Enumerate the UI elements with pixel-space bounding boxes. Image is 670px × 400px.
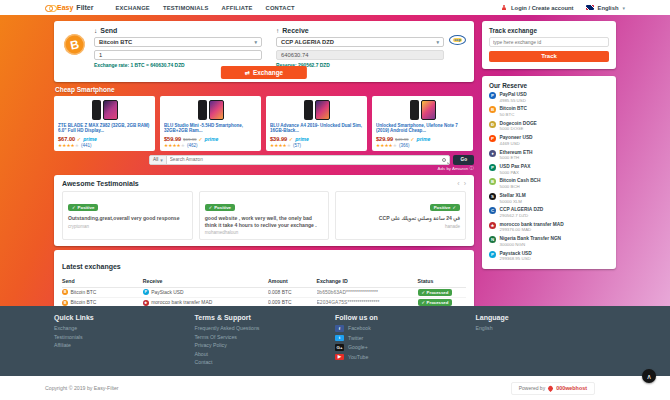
search-category-dropdown[interactable]: All xyxy=(150,156,167,164)
testimonial-author: mohamedhaloun xyxy=(205,230,324,235)
send-column: Send Bitcoin BTC Exchange rate: 1 BTC = … xyxy=(94,27,262,68)
reserve-item: ♦Ethereum ETH5000 ETH xyxy=(489,150,609,161)
track-button[interactable]: Track xyxy=(489,51,609,62)
footer-link-exchange[interactable]: Exchange xyxy=(54,325,195,331)
testimonials-section: Awesome Testimonials PositiveOutstanding… xyxy=(54,175,474,246)
ads-banner-title: Cheap Smartphone xyxy=(55,86,474,93)
rating-count-link[interactable]: (441) xyxy=(81,143,92,148)
footer-link-frequently-asked-questions[interactable]: Frequently Asked Questions xyxy=(195,325,336,331)
social-link-youtube[interactable]: ▶YouTube xyxy=(335,354,476,361)
bitcoin-icon: B xyxy=(62,300,68,306)
positive-badge: Positive xyxy=(430,204,460,211)
uk-flag-icon xyxy=(586,5,594,10)
powered-by-widget[interactable]: Powered by 000webhost xyxy=(511,382,595,395)
product-title-link[interactable]: ZTE BLADE Z MAX Z982 (32GB, 2GB RAM) 6.0… xyxy=(58,123,151,135)
footer-column: Terms & SupportFrequently Asked Question… xyxy=(195,314,336,365)
product-image xyxy=(164,99,257,121)
positive-badge: Positive xyxy=(205,204,235,211)
footer-link-affiliate[interactable]: Affiliate xyxy=(54,342,195,348)
send-currency-select[interactable]: Bitcoin BTC xyxy=(94,37,262,48)
nav-affiliate[interactable]: AFFILIATE xyxy=(222,5,253,11)
exchange-id-cell: 0b650b63AD**************** xyxy=(317,290,418,295)
social-link-googleplus[interactable]: G+Google+ xyxy=(335,344,476,351)
nav-testimonials[interactable]: TESTIMONIALS xyxy=(163,5,209,11)
rating-count-link[interactable]: (57) xyxy=(293,143,301,148)
prime-check-icon: ✓ xyxy=(199,137,203,142)
ads-by-amazon-link[interactable]: Ads by Amazon xyxy=(438,166,474,171)
product-rating: ★★★★★(57) xyxy=(270,143,363,148)
amount-cell: 0.008 BTC xyxy=(268,290,316,295)
scroll-to-top-button[interactable] xyxy=(642,369,656,383)
column-header: Exchange ID xyxy=(317,278,418,284)
nav-contact[interactable]: CONTACT xyxy=(266,5,295,11)
footer-link-english[interactable]: English xyxy=(476,325,617,331)
footer-column: LanguageEnglish xyxy=(476,314,617,365)
product-card[interactable]: BLU Studio Mini -5.5HD Smartphone, 32GB+… xyxy=(160,96,261,152)
table-body: BBitcoin BTCPPayStack USD0.008 BTC0b650b… xyxy=(62,288,466,306)
phone-screen-graphic xyxy=(209,100,224,120)
status-label: Processed xyxy=(427,290,449,295)
brand-second: Filter xyxy=(76,4,93,11)
carousel-next-icon[interactable] xyxy=(464,180,466,187)
rating-count-link[interactable]: (366) xyxy=(399,143,410,148)
product-card[interactable]: ZTE BLADE Z MAX Z982 (32GB, 2GB RAM) 6.0… xyxy=(54,96,155,152)
webhost-name: 000webhost xyxy=(556,385,587,391)
exchange-button[interactable]: Exchange xyxy=(221,66,307,79)
product-image xyxy=(270,99,363,121)
footer: Quick LinksExchangeTestimonialsAffiliate… xyxy=(0,306,670,376)
ads-by-amazon-label: Ads by Amazon xyxy=(438,166,469,171)
product-card[interactable]: BLU Advance A4 2019- Unlocked Dual Sim, … xyxy=(266,96,367,152)
phone-body-graphic xyxy=(304,100,313,120)
footer-column-title: Follow us on xyxy=(335,314,476,321)
footer-link-privacy-policy[interactable]: Privacy Policy xyxy=(195,342,336,348)
product-title-link[interactable]: Unlocked Smartphone, Ulefone Note 7 (201… xyxy=(376,123,469,135)
send-arrow-icon xyxy=(94,27,97,34)
product-price: $59.99 xyxy=(164,136,181,142)
amazon-search-box: All xyxy=(149,155,450,165)
footer-link-testimonials[interactable]: Testimonials xyxy=(54,334,195,340)
reserve-amount: 4469 USD xyxy=(500,141,533,146)
thumbs-up-icon xyxy=(453,205,457,210)
reserve-amount: 299368.95 USD xyxy=(500,256,532,261)
hero-background: B Send Bitcoin BTC Exchange rate: 1 BTC … xyxy=(0,15,670,306)
morocco-icon: ★ xyxy=(143,300,149,306)
search-go-button[interactable]: Go xyxy=(453,155,474,165)
footer-link-about[interactable]: About xyxy=(195,351,336,357)
main-nav: EXCHANGETESTIMONIALSAFFILIATECONTACT xyxy=(115,5,294,11)
exchanges-table: SendReceiveAmountExchange IDStatus BBitc… xyxy=(62,276,466,306)
login-create-account-link[interactable]: Login / Create account xyxy=(511,5,574,11)
amazon-search-input[interactable] xyxy=(167,156,443,164)
testimonial-text: Outstanding,great,overall very good resp… xyxy=(68,215,187,222)
logo[interactable]: Easy Filter xyxy=(45,4,93,11)
footer-link-terms-of-services[interactable]: Terms Of Services xyxy=(195,334,336,340)
phone-body-graphic xyxy=(92,100,101,120)
product-old-price: $69.99 xyxy=(183,137,196,142)
product-title-link[interactable]: BLU Studio Mini -5.5HD Smartphone, 32GB+… xyxy=(164,123,257,135)
nav-exchange[interactable]: EXCHANGE xyxy=(115,5,149,11)
product-list: ZTE BLADE Z MAX Z982 (32GB, 2GB RAM) 6.0… xyxy=(54,96,474,152)
phone-screen-graphic xyxy=(421,100,436,120)
track-exchange-input[interactable] xyxy=(489,37,609,47)
phone-body-graphic xyxy=(198,100,207,120)
social-label: Facebook xyxy=(348,325,371,331)
status-cell: ✓Processed xyxy=(418,289,466,296)
prime-check-icon: ✓ xyxy=(289,137,293,142)
ethereum-icon: ♦ xyxy=(489,150,496,157)
product-card[interactable]: Unlocked Smartphone, Ulefone Note 7 (201… xyxy=(372,96,473,152)
rating-count-link[interactable]: (462) xyxy=(187,143,198,148)
send-amount-input[interactable] xyxy=(94,50,262,61)
reserve-amount: 50000 XLM xyxy=(500,199,526,204)
search-icon xyxy=(442,158,446,162)
status-label: Processed xyxy=(427,300,449,305)
carousel-prev-icon[interactable] xyxy=(457,180,459,187)
receive-currency-select[interactable]: CCP ALGERIA DZD xyxy=(276,37,444,48)
testimonial-item: PositiveOutstanding,great,overall very g… xyxy=(62,191,193,240)
product-title-link[interactable]: BLU Advance A4 2019- Unlocked Dual Sim, … xyxy=(270,123,363,135)
footer-link-contact[interactable]: Contact xyxy=(195,359,336,365)
language-selector[interactable]: English xyxy=(598,5,619,11)
send-cell: BBitcoin BTC xyxy=(62,289,143,295)
social-link-facebook[interactable]: fFacebook xyxy=(335,325,476,332)
reserve-amount: 5000 BCH xyxy=(500,184,541,189)
social-link-twitter[interactable]: tTwitter xyxy=(335,335,476,342)
bitcoin-icon: B xyxy=(62,289,68,295)
